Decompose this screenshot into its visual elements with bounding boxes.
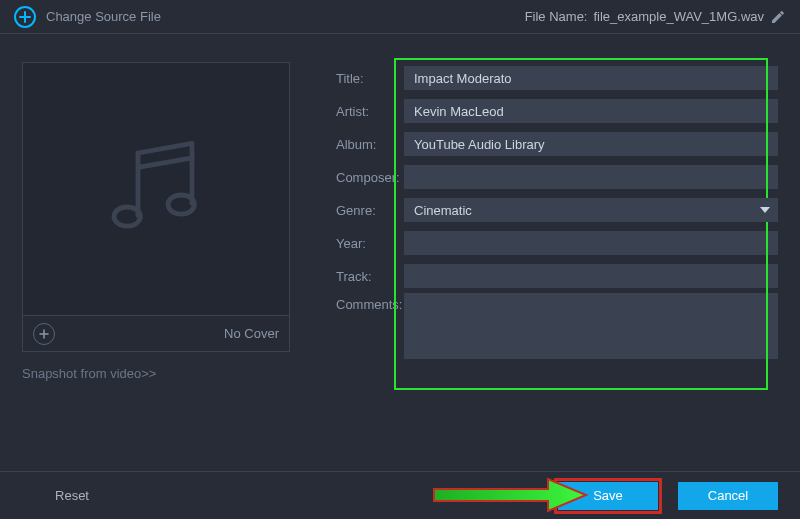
input-year[interactable] bbox=[404, 231, 778, 255]
change-source-file-button[interactable]: Change Source File bbox=[14, 6, 161, 28]
cover-column: No Cover Snapshot from video>> bbox=[22, 62, 302, 434]
no-cover-label: No Cover bbox=[224, 326, 279, 341]
header-bar: Change Source File File Name: file_examp… bbox=[0, 0, 800, 34]
plus-icon bbox=[38, 328, 50, 340]
plus-circle-icon bbox=[14, 6, 36, 28]
row-comments: Comments: bbox=[336, 293, 778, 359]
edit-filename-icon[interactable] bbox=[770, 9, 786, 25]
row-title: Title: bbox=[336, 62, 778, 94]
cancel-button[interactable]: Cancel bbox=[678, 482, 778, 510]
save-button[interactable]: Save bbox=[558, 482, 658, 510]
snapshot-from-video-link[interactable]: Snapshot from video>> bbox=[22, 366, 302, 381]
music-note-icon bbox=[96, 129, 216, 249]
change-source-label: Change Source File bbox=[46, 9, 161, 24]
cover-footer: No Cover bbox=[22, 316, 290, 352]
input-track[interactable] bbox=[404, 264, 778, 288]
metadata-form: Title: Artist: Album: Composer: Genre: Y… bbox=[302, 62, 778, 434]
input-album[interactable] bbox=[404, 132, 778, 156]
input-comments[interactable] bbox=[404, 293, 778, 359]
row-album: Album: bbox=[336, 128, 778, 160]
label-artist: Artist: bbox=[336, 104, 400, 119]
row-year: Year: bbox=[336, 227, 778, 259]
reset-button[interactable]: Reset bbox=[22, 482, 122, 510]
footer-bar: Reset Save Cancel bbox=[0, 471, 800, 519]
row-track: Track: bbox=[336, 260, 778, 292]
file-name-value: file_example_WAV_1MG.wav bbox=[593, 9, 764, 24]
add-cover-button[interactable] bbox=[33, 323, 55, 345]
input-artist[interactable] bbox=[404, 99, 778, 123]
input-title[interactable] bbox=[404, 66, 778, 90]
label-genre: Genre: bbox=[336, 203, 400, 218]
label-composer: Composer: bbox=[336, 170, 400, 185]
label-year: Year: bbox=[336, 236, 400, 251]
save-button-highlight-wrap: Save bbox=[558, 482, 658, 510]
row-artist: Artist: bbox=[336, 95, 778, 127]
label-comments: Comments: bbox=[336, 293, 400, 312]
label-album: Album: bbox=[336, 137, 400, 152]
file-name-label: File Name: bbox=[525, 9, 588, 24]
select-genre[interactable] bbox=[404, 198, 778, 222]
label-title: Title: bbox=[336, 71, 400, 86]
row-genre: Genre: bbox=[336, 194, 778, 226]
row-composer: Composer: bbox=[336, 161, 778, 193]
input-composer[interactable] bbox=[404, 165, 778, 189]
input-genre[interactable] bbox=[404, 198, 778, 222]
label-track: Track: bbox=[336, 269, 400, 284]
main-content: No Cover Snapshot from video>> Title: Ar… bbox=[0, 34, 800, 444]
file-name-display: File Name: file_example_WAV_1MG.wav bbox=[525, 9, 786, 25]
cover-art-placeholder bbox=[22, 62, 290, 316]
